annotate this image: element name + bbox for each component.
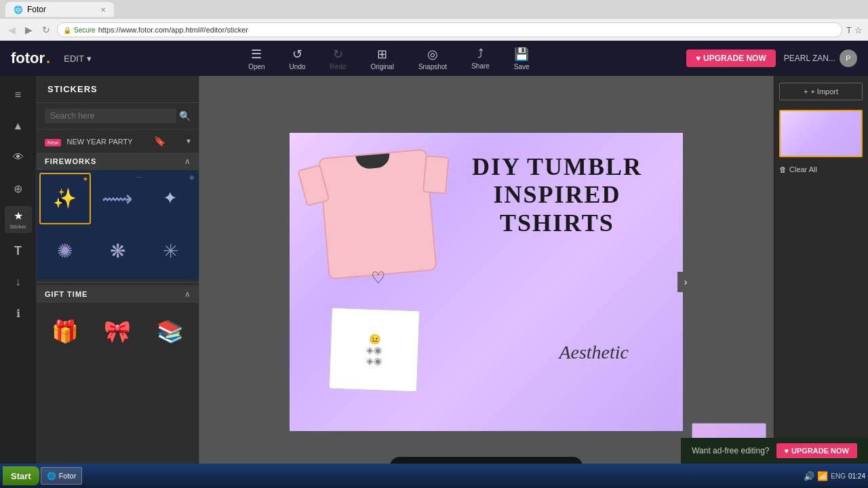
second-tshirt-area: 😐◈◉◈◉ xyxy=(330,309,418,390)
snapshot-icon: ◎ xyxy=(427,47,438,62)
sidebar-item-download[interactable]: ↓ xyxy=(5,268,32,296)
secure-label: Secure xyxy=(74,26,96,34)
original-label: Original xyxy=(370,63,393,70)
gifts2-icon: 🎀 xyxy=(104,319,131,344)
translate-icon[interactable]: T xyxy=(846,25,852,35)
clear-all-button[interactable]: 🗑 Clear All xyxy=(774,163,868,176)
second-tshirt-text: 😐◈◉◈◉ xyxy=(366,333,383,367)
text-icon: T xyxy=(14,244,22,258)
import-plus-icon: + xyxy=(804,87,808,96)
taskbar-volume-icon[interactable]: 🔊 xyxy=(804,471,814,481)
share-tool[interactable]: ⤴ Share xyxy=(462,44,499,73)
taskbar: Start 🌐 Fotor 🔊 📶 ENG 01:24 xyxy=(0,464,868,488)
fireworks-collapse-button[interactable]: ∧ xyxy=(184,157,191,166)
canvas-text-line1: DIY TUMBLR xyxy=(472,153,642,181)
ad-banner: Want ad-free editing? ♥ UPGRADE NOW xyxy=(681,438,868,464)
canvas-content: DIY TUMBLR INSPIRED TSHIRTS ♡ 😐◈◉◈◉ Aest… xyxy=(290,133,683,431)
redo-icon: ↻ xyxy=(333,47,343,62)
category-row: New NEW YEAR PARTY 🔖 ▾ xyxy=(37,129,199,152)
tab-bar: 🌐 Fotor ✕ xyxy=(0,0,868,19)
sticker-burst1[interactable]: ✺ xyxy=(39,226,91,277)
taskbar-fotor[interactable]: 🌐 Fotor xyxy=(41,467,83,485)
taskbar-lang: ENG xyxy=(831,472,846,480)
open-tool[interactable]: ☰ Open xyxy=(239,44,274,73)
sparkle-icon: ✦ xyxy=(163,188,178,209)
start-button[interactable]: Start xyxy=(3,466,39,485)
sidebar-item-view[interactable]: 👁 xyxy=(5,144,32,171)
search-box: 🔍 xyxy=(37,103,199,129)
upgrade-now-button[interactable]: ♥ UPGRADE NOW xyxy=(686,49,776,67)
sidebar-item-layers[interactable]: ⊕ xyxy=(5,175,32,202)
sticker-comet[interactable]: ⟿ ⋯ xyxy=(92,173,144,224)
canvas-nav-right-button[interactable]: › xyxy=(677,272,694,292)
menu-icon: ≡ xyxy=(15,89,21,101)
tshirt-shape xyxy=(318,148,437,279)
browser-tab[interactable]: 🌐 Fotor ✕ xyxy=(5,2,114,17)
upgrade-label: UPGRADE NOW xyxy=(703,54,766,63)
canvas-bg: DIY TUMBLR INSPIRED TSHIRTS ♡ 😐◈◉◈◉ Aest… xyxy=(290,133,683,431)
redo-tool[interactable]: ↻ Redo xyxy=(321,44,356,73)
sticker-burst3[interactable]: ✳ xyxy=(144,226,196,277)
sidebar-item-info[interactable]: ℹ xyxy=(5,300,32,327)
save-tool[interactable]: 💾 Save xyxy=(505,44,539,73)
share-icon: ⤴ xyxy=(477,47,484,61)
sticker-gifts2[interactable]: 🎀 xyxy=(92,306,144,357)
canvas-text-line3: TSHIRTS xyxy=(472,209,642,237)
taskbar-network-icon[interactable]: 📶 xyxy=(817,471,828,481)
second-tshirt-box: 😐◈◉◈◉ xyxy=(329,308,420,392)
sticker-burst2[interactable]: ❋ xyxy=(92,226,144,277)
category-label: NEW YEAR PARTY xyxy=(66,138,132,146)
sidebar-item-text[interactable]: T xyxy=(5,237,32,264)
sidebar-item-sticker[interactable]: ★ Sticker xyxy=(5,206,32,233)
fotor-taskbar-label: Fotor xyxy=(59,472,77,480)
comet-icon: ⟿ xyxy=(102,186,133,211)
stickers-title: STICKERS xyxy=(47,84,98,94)
tshirt-area xyxy=(310,146,446,282)
taskbar-icons: 🔊 📶 ENG 01:24 xyxy=(804,471,865,481)
ad-upgrade-label: UPGRADE NOW xyxy=(791,447,849,455)
star-badge: ★ xyxy=(83,176,88,182)
logo-dot: . xyxy=(46,49,50,67)
canvas-thumbnail-main[interactable] xyxy=(779,110,863,157)
snapshot-label: Snapshot xyxy=(418,63,447,70)
sidebar-item-shapes[interactable]: ▲ xyxy=(5,113,32,140)
original-tool[interactable]: ⊞ Original xyxy=(361,44,403,73)
sticker-label: Sticker xyxy=(9,224,26,230)
address-bar[interactable]: 🔒 Secure https://www.fotor.com/app.html#… xyxy=(57,22,842,37)
canvas-aesthetic-text: Aesthetic xyxy=(559,342,629,363)
bookmark-icon[interactable]: ☆ xyxy=(854,25,863,35)
search-button[interactable]: 🔍 xyxy=(179,110,191,121)
snapshot-tool[interactable]: ◎ Snapshot xyxy=(409,44,456,73)
burst1-icon: ✺ xyxy=(57,240,73,262)
gift-time-title: GIFT TIME xyxy=(45,290,87,298)
url-text: https://www.fotor.com/app.html#/editor/s… xyxy=(98,26,248,34)
ad-upgrade-button[interactable]: ♥ UPGRADE NOW xyxy=(776,443,857,458)
panel-divider xyxy=(37,282,199,283)
new-badge: New xyxy=(45,139,61,146)
refresh-button[interactable]: ↻ xyxy=(39,23,53,37)
main-area: ≡ ▲ 👁 ⊕ ★ Sticker T ↓ ℹ xyxy=(0,76,868,488)
canvas-area[interactable]: DIY TUMBLR INSPIRED TSHIRTS ♡ 😐◈◉◈◉ Aest… xyxy=(199,76,773,488)
tab-close-button[interactable]: ✕ xyxy=(100,6,106,14)
sticker-gift1[interactable]: 🎁 xyxy=(39,306,91,357)
back-button[interactable]: ◀ xyxy=(5,23,18,37)
chevron-down-icon: ▾ xyxy=(186,136,191,146)
forward-button[interactable]: ▶ xyxy=(22,23,35,37)
firework1-icon: ✨ xyxy=(53,187,77,209)
share-label: Share xyxy=(471,62,490,70)
import-button[interactable]: + + Import xyxy=(779,83,863,100)
ad-text: Want ad-free editing? xyxy=(692,446,769,455)
edit-menu-button[interactable]: EDIT ▾ xyxy=(58,51,97,66)
bookmark-button[interactable]: 🔖 xyxy=(154,136,165,146)
user-avatar[interactable]: P xyxy=(840,49,857,67)
search-input[interactable] xyxy=(45,108,176,123)
sidebar-item-menu[interactable]: ≡ xyxy=(5,81,32,108)
sticker-books[interactable]: 📚 xyxy=(144,306,196,357)
sticker-firework1[interactable]: ✨ ★ ↖ xyxy=(39,173,91,224)
sticker-sparkle[interactable]: ✦ ⊕ xyxy=(144,173,196,224)
books-icon: 📚 xyxy=(157,319,184,344)
info-icon: ℹ xyxy=(16,307,20,320)
gift-time-collapse-button[interactable]: ∧ xyxy=(184,289,191,299)
nav-icons: T ☆ xyxy=(846,25,863,35)
undo-tool[interactable]: ↺ Undo xyxy=(280,44,315,73)
